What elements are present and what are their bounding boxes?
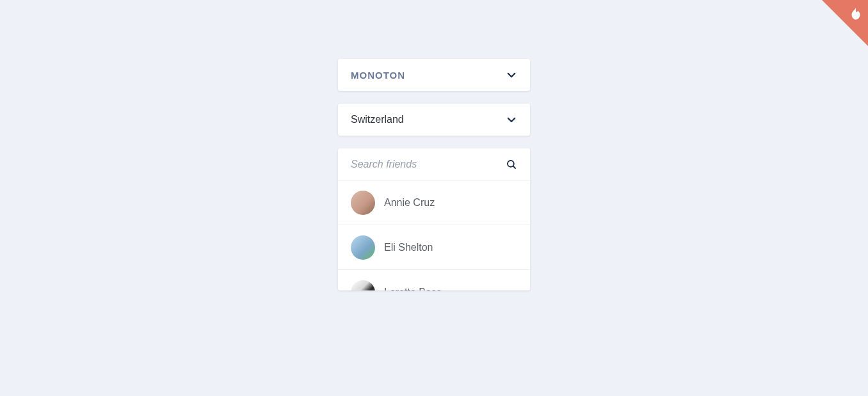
search-row — [338, 148, 530, 180]
font-select-label: Monoton — [351, 70, 405, 81]
friend-item[interactable]: Annie Cruz — [338, 180, 530, 225]
friend-name: Annie Cruz — [384, 197, 435, 209]
font-select[interactable]: Monoton — [338, 59, 530, 91]
search-icon[interactable] — [506, 159, 517, 170]
country-select[interactable]: Switzerland — [338, 104, 530, 136]
flame-icon — [848, 6, 864, 23]
avatar — [351, 235, 375, 260]
friends-list[interactable]: Annie CruzEli SheltonLoretta BassMarcus … — [338, 180, 530, 290]
main-column: Monoton Switzerland Annie CruzEli Shelto… — [338, 0, 530, 290]
friends-panel: Annie CruzEli SheltonLoretta BassMarcus … — [338, 148, 530, 290]
friend-name: Eli Shelton — [384, 242, 433, 253]
svg-line-1 — [513, 166, 515, 168]
country-select-label: Switzerland — [351, 114, 404, 125]
friend-item[interactable]: Eli Shelton — [338, 225, 530, 270]
chevron-down-icon — [506, 69, 517, 81]
friend-name: Loretta Bass — [384, 287, 442, 291]
search-input[interactable] — [351, 159, 506, 170]
avatar — [351, 280, 375, 291]
avatar — [351, 191, 375, 215]
friend-item[interactable]: Loretta Bass — [338, 270, 530, 290]
chevron-down-icon — [506, 114, 517, 125]
corner-ribbon[interactable] — [822, 0, 868, 46]
